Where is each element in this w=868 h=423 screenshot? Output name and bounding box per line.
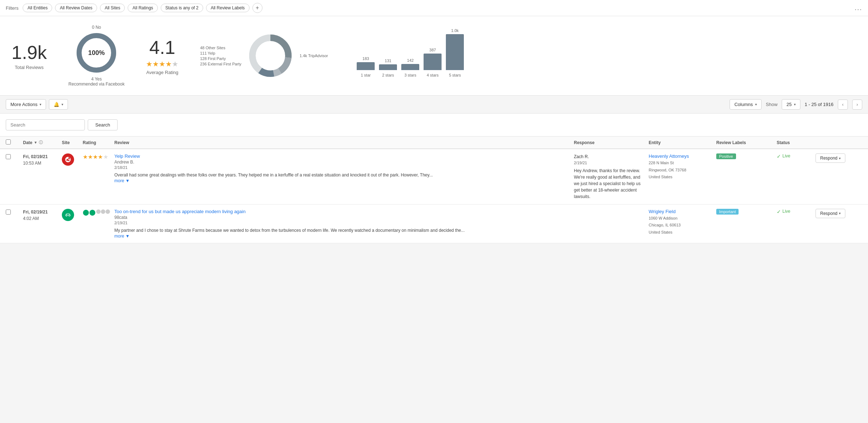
prev-page-button[interactable]: ‹ <box>838 100 848 110</box>
row1-site-icon <box>62 153 74 166</box>
show-count-button[interactable]: 25 ▾ <box>782 99 800 110</box>
bar-4stars: 387 4 stars <box>424 48 442 77</box>
row1-entity-link[interactable]: Heavenly Attorneys <box>649 153 689 159</box>
filter-chip-labels[interactable]: All Review Labels <box>206 4 250 12</box>
row2-more-link[interactable]: more ▼ <box>114 234 130 239</box>
facebook-donut: 100% <box>75 31 118 74</box>
row2-rating: ⬤⬤⬤⬤⬤ <box>83 209 111 216</box>
total-reviews-label: Total Reviews <box>12 65 47 70</box>
more-actions-button[interactable]: More Actions ▾ <box>6 99 46 110</box>
bar-4stars-bar <box>424 54 442 70</box>
row1-review-link[interactable]: Yelp Review <box>114 153 140 159</box>
row1-status: ✓ Live <box>777 153 813 159</box>
bar-5stars-label: 5 stars <box>449 73 461 77</box>
filter-chip-ratings[interactable]: All Ratings <box>128 4 157 12</box>
row1-respond-chevron: ▾ <box>839 156 841 160</box>
bar-1star-label: 1 star <box>361 73 371 77</box>
bar-4stars-value: 387 <box>429 48 436 52</box>
svg-point-12 <box>69 215 70 216</box>
filter-chip-dates[interactable]: All Review Dates <box>55 4 97 12</box>
filter-chip-entities[interactable]: All Entities <box>23 4 52 12</box>
bar-1star-value: 183 <box>362 56 369 61</box>
bar-2stars-bar <box>379 64 397 70</box>
row1-date: Fri, 02/19/21 10:53 AM <box>23 153 59 166</box>
review-table: Date ▼ ⓘ Site Rating Review Response Ent… <box>0 137 868 243</box>
filters-label: Filters <box>6 5 18 11</box>
row1-respond-button[interactable]: Respond ▾ <box>816 153 845 163</box>
bar-5stars: 1.0k 5 stars <box>446 28 464 77</box>
columns-button[interactable]: Columns ▾ <box>730 99 761 110</box>
row1-review-date: 2/18/21 <box>114 165 571 170</box>
header-date: Date ▼ ⓘ <box>23 140 59 145</box>
yes-count: 4 Yes <box>68 77 124 82</box>
add-filter-button[interactable]: + <box>252 3 262 13</box>
svg-point-8 <box>256 41 285 70</box>
row2-status-text: Live <box>782 209 790 214</box>
row2-time: 4:02 AM <box>23 215 59 222</box>
row1-more-link[interactable]: more ▼ <box>114 178 130 183</box>
row2-status-check: ✓ <box>777 209 781 215</box>
row2-review-author: 98cata <box>114 215 571 220</box>
row2-review-title: Too on-trend for us but made us apprecia… <box>114 209 571 214</box>
columns-chevron: ▾ <box>755 102 757 106</box>
row1-review-text: Overall had some great dealings with the… <box>114 172 571 178</box>
date-sort-icon[interactable]: ▼ <box>34 141 37 144</box>
bar-chart-section: 183 1 star 131 2 stars 142 3 stars 387 4… <box>357 34 464 77</box>
header-review: Review <box>114 140 571 145</box>
row1-site <box>62 153 80 166</box>
row2-entity-addr3: United States <box>649 229 713 235</box>
row2-respond-label: Respond <box>820 211 837 216</box>
search-input[interactable] <box>6 119 85 130</box>
row1-respond-label: Respond <box>820 156 837 161</box>
ta-legend: 1.4k TripAdvisor <box>300 52 328 59</box>
source-external: 236 External First Party <box>200 62 241 66</box>
filter-chip-status[interactable]: Status is any of 2 <box>161 4 203 12</box>
row2-actions: Respond ▾ <box>816 209 862 218</box>
row1-review-title: Yelp Review <box>114 153 571 159</box>
source-ta: 1.4k TripAdvisor <box>300 54 328 58</box>
actions-bar-right: Columns ▾ Show 25 ▾ 1 - 25 of 1916 ‹ › <box>730 99 862 110</box>
no-count: 0 No <box>68 25 124 30</box>
header-response: Response <box>574 140 646 145</box>
row2-entity-link[interactable]: Wrigley Field <box>649 209 676 214</box>
date-col-label: Date <box>23 140 32 145</box>
row2-site <box>62 209 80 221</box>
facebook-donut-section: 0 No 100% 4 Yes Recommended via Facebook <box>68 25 124 87</box>
row2-review-date: 2/19/21 <box>114 221 571 225</box>
bar-2stars-label: 2 stars <box>382 73 394 77</box>
filter-chip-sites[interactable]: All Sites <box>100 4 125 12</box>
source-first-party: 128 First Party <box>200 56 241 61</box>
row1-review-author: Andrew B. <box>114 160 571 165</box>
total-reviews-value: 1.9k <box>12 42 47 63</box>
row1-response-date: 2/19/21 <box>574 160 646 166</box>
row1-checkbox[interactable] <box>6 154 11 159</box>
more-options-button[interactable]: ... <box>855 4 862 12</box>
header-site: Site <box>62 140 80 145</box>
bar-2stars-value: 131 <box>385 59 391 63</box>
row2-respond-chevron: ▾ <box>839 211 841 215</box>
next-page-button[interactable]: › <box>852 100 862 110</box>
row1-entity-addr2: Ringwood, OK 73768 <box>649 167 713 173</box>
date-info-icon[interactable]: ⓘ <box>39 140 43 145</box>
row2-respond-button[interactable]: Respond ▾ <box>816 209 845 218</box>
select-all-checkbox[interactable] <box>6 139 11 144</box>
bell-icon: 🔔 <box>54 102 59 107</box>
search-button[interactable]: Search <box>88 119 118 130</box>
row2-review-link[interactable]: Too on-trend for us but made us apprecia… <box>114 209 246 214</box>
row2-label-badge: Important <box>716 209 739 215</box>
row2-review: Too on-trend for us but made us apprecia… <box>114 209 571 239</box>
bar-4stars-label: 4 stars <box>427 73 439 77</box>
row1-response: Zach R. 2/19/21 Hey Andrew, thanks for t… <box>574 153 646 200</box>
row2-entity-addr2: Chicago, IL 60613 <box>649 222 713 228</box>
row1-status-check: ✓ <box>777 153 781 159</box>
row1-rating: ★★★★★ <box>83 153 111 160</box>
row1-time: 10:53 AM <box>23 160 59 166</box>
row1-response-author: Zach R. <box>574 153 646 160</box>
bar-1star-bar <box>357 62 375 70</box>
row2-checkbox[interactable] <box>6 210 11 215</box>
row1-date-value: Fri, 02/19/21 <box>23 153 59 160</box>
row2-checkbox-col <box>6 209 20 215</box>
more-actions-chevron: ▾ <box>40 102 41 106</box>
search-area: Search <box>0 114 868 137</box>
bell-button[interactable]: 🔔 ▾ <box>49 99 68 110</box>
